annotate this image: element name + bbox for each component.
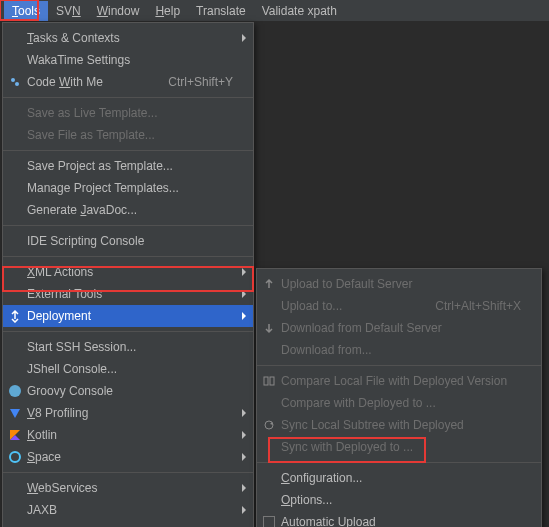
menu-item-compare-local-file-with-deployed-version: Compare Local File with Deployed Version	[257, 370, 541, 392]
menu-item-label: JAXB	[27, 503, 57, 517]
menu-item-sync-with-deployed-to: Sync with Deployed to ...	[257, 436, 541, 458]
menu-item-wakatime-settings[interactable]: WakaTime Settings	[3, 49, 253, 71]
menubar-item-window[interactable]: Window	[89, 1, 148, 21]
menu-item-label: Sync Local Subtree with Deployed	[281, 418, 464, 432]
menu-item-save-file-as-template: Save File as Template...	[3, 124, 253, 146]
separator	[257, 462, 541, 463]
submenu-arrow-icon	[241, 311, 247, 321]
menu-item-deployment[interactable]: Deployment	[3, 305, 253, 327]
menubar-item-translate[interactable]: Translate	[188, 1, 254, 21]
menu-item-generate-javadoc[interactable]: Generate JavaDoc...	[3, 199, 253, 221]
menu-item-label: WebServices	[27, 481, 97, 495]
separator	[3, 256, 253, 257]
menu-item-label: Kotlin	[27, 428, 57, 442]
upload-icon	[262, 277, 276, 291]
kotlin-icon	[8, 428, 22, 442]
menu-item-tasks-contexts[interactable]: Tasks & Contexts	[3, 27, 253, 49]
submenu-arrow-icon	[241, 289, 247, 299]
menu-item-label: Space	[27, 450, 61, 464]
menu-item-label: JShell Console...	[27, 362, 117, 376]
submenu-arrow-icon	[241, 33, 247, 43]
submenu-arrow-icon	[241, 483, 247, 493]
menu-item-start-ssh-session[interactable]: Start SSH Session...	[3, 336, 253, 358]
deployment-icon	[8, 309, 22, 323]
menubar-item-validate-xpath[interactable]: Validate xpath	[254, 1, 345, 21]
menu-item-v8-profiling[interactable]: V8 Profiling	[3, 402, 253, 424]
menu-item-label: IDE Scripting Console	[27, 234, 144, 248]
separator	[3, 472, 253, 473]
menu-item-label: Download from...	[281, 343, 372, 357]
code-with-me-icon	[8, 75, 22, 89]
menu-item-label: Groovy Console	[27, 384, 113, 398]
menu-item-save-project-as-template[interactable]: Save Project as Template...	[3, 155, 253, 177]
menu-item-download-from-default-server: Download from Default Server	[257, 317, 541, 339]
menu-item-label: Save Project as Template...	[27, 159, 173, 173]
menubar: ToolsSVNWindowHelpTranslateValidate xpat…	[0, 0, 549, 22]
submenu-arrow-icon	[241, 430, 247, 440]
menu-item-external-tools[interactable]: External Tools	[3, 283, 253, 305]
deployment-submenu: Upload to Default ServerUpload to...Ctrl…	[256, 268, 542, 527]
svg-rect-5	[270, 377, 274, 385]
menu-item-label: Compare Local File with Deployed Version	[281, 374, 507, 388]
menu-item-label: WakaTime Settings	[27, 53, 130, 67]
menu-item-label: Options...	[281, 493, 332, 507]
menu-item-label: Upload to...	[281, 299, 342, 313]
menu-item-sync-local-subtree-with-deployed: Sync Local Subtree with Deployed	[257, 414, 541, 436]
menu-item-ide-scripting-console[interactable]: IDE Scripting Console	[3, 230, 253, 252]
separator	[3, 225, 253, 226]
separator	[3, 97, 253, 98]
download-icon	[262, 321, 276, 335]
v8-icon	[8, 406, 22, 420]
menu-item-download-from: Download from...	[257, 339, 541, 361]
menu-item-kotlin[interactable]: Kotlin	[3, 424, 253, 446]
tools-dropdown: Tasks & ContextsWakaTime SettingsCode Wi…	[2, 22, 254, 527]
menu-item-webservices[interactable]: WebServices	[3, 477, 253, 499]
shortcut: Ctrl+Alt+Shift+X	[435, 299, 521, 313]
submenu-arrow-icon	[241, 408, 247, 418]
compare-icon	[262, 374, 276, 388]
svg-point-1	[15, 82, 19, 86]
menu-item-automatic-upload[interactable]: Automatic Upload	[257, 511, 541, 527]
menu-item-label: External Tools	[27, 287, 102, 301]
menu-item-configuration[interactable]: Configuration...	[257, 467, 541, 489]
svg-rect-4	[264, 377, 268, 385]
menubar-item-svn[interactable]: SVN	[48, 1, 89, 21]
menu-item-code-with-me[interactable]: Code With MeCtrl+Shift+Y	[3, 71, 253, 93]
menu-item-upload-to: Upload to...Ctrl+Alt+Shift+X	[257, 295, 541, 317]
submenu-arrow-icon	[241, 452, 247, 462]
menu-item-label: Sync with Deployed to ...	[281, 440, 413, 454]
space-icon	[8, 450, 22, 464]
menu-item-label: Save File as Template...	[27, 128, 155, 142]
menu-item-jaxb[interactable]: JAXB	[3, 499, 253, 521]
menu-item-label: XML Actions	[27, 265, 93, 279]
svg-point-0	[11, 78, 15, 82]
menu-item-label: Download from Default Server	[281, 321, 442, 335]
menu-item-groovy-console[interactable]: Groovy Console	[3, 380, 253, 402]
menu-item-manage-project-templates[interactable]: Manage Project Templates...	[3, 177, 253, 199]
menu-item-options[interactable]: Options...	[257, 489, 541, 511]
menu-item-label: V8 Profiling	[27, 406, 88, 420]
svg-point-3	[10, 452, 20, 462]
menu-item-label: Save as Live Template...	[27, 106, 158, 120]
menu-item-xmlbeans[interactable]: XmlBeans	[3, 521, 253, 527]
menu-item-label: Generate JavaDoc...	[27, 203, 137, 217]
sync-icon	[262, 418, 276, 432]
menu-item-label: Compare with Deployed to ...	[281, 396, 436, 410]
menu-item-label: Automatic Upload	[281, 515, 376, 527]
menu-item-label: Configuration...	[281, 471, 362, 485]
menubar-item-tools[interactable]: Tools	[4, 1, 48, 21]
menu-item-label: Upload to Default Server	[281, 277, 412, 291]
checkbox	[263, 516, 275, 527]
menu-item-jshell-console[interactable]: JShell Console...	[3, 358, 253, 380]
separator	[257, 365, 541, 366]
menu-item-xml-actions[interactable]: XML Actions	[3, 261, 253, 283]
menu-item-upload-to-default-server: Upload to Default Server	[257, 273, 541, 295]
separator	[3, 150, 253, 151]
menu-item-space[interactable]: Space	[3, 446, 253, 468]
menu-item-label: Code With Me	[27, 75, 103, 89]
menu-item-save-as-live-template: Save as Live Template...	[3, 102, 253, 124]
submenu-arrow-icon	[241, 505, 247, 515]
menu-item-label: Manage Project Templates...	[27, 181, 179, 195]
menubar-item-help[interactable]: Help	[147, 1, 188, 21]
submenu-arrow-icon	[241, 267, 247, 277]
